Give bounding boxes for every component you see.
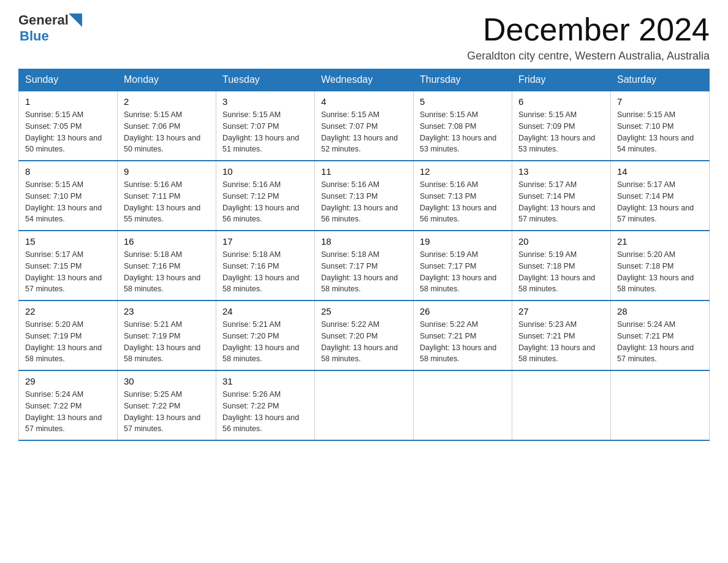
calendar-cell: 6 Sunrise: 5:15 AMSunset: 7:09 PMDayligh… bbox=[512, 91, 611, 161]
day-number: 14 bbox=[617, 166, 703, 177]
calendar-cell: 11 Sunrise: 5:16 AMSunset: 7:13 PMDaylig… bbox=[315, 161, 414, 231]
day-number: 2 bbox=[124, 96, 210, 107]
calendar-week-4: 22 Sunrise: 5:20 AMSunset: 7:19 PMDaylig… bbox=[19, 301, 710, 370]
calendar-cell: 27 Sunrise: 5:23 AMSunset: 7:21 PMDaylig… bbox=[512, 301, 611, 370]
day-info: Sunrise: 5:16 AMSunset: 7:13 PMDaylight:… bbox=[321, 179, 407, 225]
calendar-cell: 14 Sunrise: 5:17 AMSunset: 7:14 PMDaylig… bbox=[611, 161, 710, 231]
day-info: Sunrise: 5:15 AMSunset: 7:06 PMDaylight:… bbox=[124, 109, 210, 155]
weekday-header-wednesday: Wednesday bbox=[315, 69, 414, 91]
calendar-cell bbox=[414, 370, 512, 440]
day-info: Sunrise: 5:15 AMSunset: 7:10 PMDaylight:… bbox=[617, 109, 703, 155]
day-number: 4 bbox=[321, 96, 407, 107]
calendar-cell: 12 Sunrise: 5:16 AMSunset: 7:13 PMDaylig… bbox=[414, 161, 512, 231]
calendar-cell: 3 Sunrise: 5:15 AMSunset: 7:07 PMDayligh… bbox=[216, 91, 315, 161]
day-info: Sunrise: 5:25 AMSunset: 7:22 PMDaylight:… bbox=[124, 389, 210, 435]
day-info: Sunrise: 5:24 AMSunset: 7:22 PMDaylight:… bbox=[25, 389, 111, 435]
calendar-cell: 28 Sunrise: 5:24 AMSunset: 7:21 PMDaylig… bbox=[611, 301, 710, 370]
calendar-cell: 26 Sunrise: 5:22 AMSunset: 7:21 PMDaylig… bbox=[414, 301, 512, 370]
day-number: 1 bbox=[25, 96, 111, 107]
day-number: 28 bbox=[617, 306, 703, 316]
day-info: Sunrise: 5:15 AMSunset: 7:08 PMDaylight:… bbox=[420, 109, 506, 155]
day-info: Sunrise: 5:16 AMSunset: 7:11 PMDaylight:… bbox=[124, 179, 210, 225]
day-number: 7 bbox=[617, 96, 703, 107]
day-number: 27 bbox=[518, 306, 604, 316]
calendar-cell: 20 Sunrise: 5:19 AMSunset: 7:18 PMDaylig… bbox=[512, 231, 611, 301]
day-info: Sunrise: 5:17 AMSunset: 7:14 PMDaylight:… bbox=[518, 179, 604, 225]
calendar-cell: 19 Sunrise: 5:19 AMSunset: 7:17 PMDaylig… bbox=[414, 231, 512, 301]
day-info: Sunrise: 5:21 AMSunset: 7:20 PMDaylight:… bbox=[222, 319, 308, 365]
calendar-cell: 29 Sunrise: 5:24 AMSunset: 7:22 PMDaylig… bbox=[19, 370, 118, 440]
calendar-cell: 5 Sunrise: 5:15 AMSunset: 7:08 PMDayligh… bbox=[414, 91, 512, 161]
day-info: Sunrise: 5:26 AMSunset: 7:22 PMDaylight:… bbox=[222, 389, 308, 435]
day-number: 23 bbox=[124, 306, 210, 316]
calendar-cell: 7 Sunrise: 5:15 AMSunset: 7:10 PMDayligh… bbox=[611, 91, 710, 161]
day-number: 13 bbox=[518, 166, 604, 177]
calendar-cell: 30 Sunrise: 5:25 AMSunset: 7:22 PMDaylig… bbox=[118, 370, 216, 440]
month-title: December 2024 bbox=[467, 12, 710, 47]
logo-text-blue: Blue bbox=[20, 28, 49, 44]
day-info: Sunrise: 5:17 AMSunset: 7:14 PMDaylight:… bbox=[617, 179, 703, 225]
calendar-cell bbox=[611, 370, 710, 440]
day-number: 10 bbox=[222, 166, 308, 177]
weekday-header-sunday: Sunday bbox=[19, 69, 118, 91]
day-info: Sunrise: 5:20 AMSunset: 7:18 PMDaylight:… bbox=[617, 249, 703, 295]
weekday-header-monday: Monday bbox=[118, 69, 216, 91]
day-info: Sunrise: 5:15 AMSunset: 7:07 PMDaylight:… bbox=[321, 109, 407, 155]
calendar-body: 1 Sunrise: 5:15 AMSunset: 7:05 PMDayligh… bbox=[19, 91, 710, 440]
day-info: Sunrise: 5:19 AMSunset: 7:18 PMDaylight:… bbox=[518, 249, 604, 295]
day-info: Sunrise: 5:24 AMSunset: 7:21 PMDaylight:… bbox=[617, 319, 703, 365]
day-info: Sunrise: 5:15 AMSunset: 7:09 PMDaylight:… bbox=[518, 109, 604, 155]
calendar-cell: 4 Sunrise: 5:15 AMSunset: 7:07 PMDayligh… bbox=[315, 91, 414, 161]
day-number: 22 bbox=[25, 306, 111, 316]
calendar-cell: 10 Sunrise: 5:16 AMSunset: 7:12 PMDaylig… bbox=[216, 161, 315, 231]
calendar-cell: 15 Sunrise: 5:17 AMSunset: 7:15 PMDaylig… bbox=[19, 231, 118, 301]
header-row: SundayMondayTuesdayWednesdayThursdayFrid… bbox=[19, 69, 710, 91]
day-info: Sunrise: 5:18 AMSunset: 7:16 PMDaylight:… bbox=[124, 249, 210, 295]
day-number: 16 bbox=[124, 236, 210, 247]
day-info: Sunrise: 5:15 AMSunset: 7:07 PMDaylight:… bbox=[222, 109, 308, 155]
calendar-cell: 17 Sunrise: 5:18 AMSunset: 7:16 PMDaylig… bbox=[216, 231, 315, 301]
day-info: Sunrise: 5:22 AMSunset: 7:20 PMDaylight:… bbox=[321, 319, 407, 365]
day-info: Sunrise: 5:16 AMSunset: 7:13 PMDaylight:… bbox=[420, 179, 506, 225]
calendar-cell: 31 Sunrise: 5:26 AMSunset: 7:22 PMDaylig… bbox=[216, 370, 315, 440]
day-number: 6 bbox=[518, 96, 604, 107]
day-info: Sunrise: 5:18 AMSunset: 7:16 PMDaylight:… bbox=[222, 249, 308, 295]
calendar-cell: 23 Sunrise: 5:21 AMSunset: 7:19 PMDaylig… bbox=[118, 301, 216, 370]
weekday-header-thursday: Thursday bbox=[414, 69, 512, 91]
calendar-week-1: 1 Sunrise: 5:15 AMSunset: 7:05 PMDayligh… bbox=[19, 91, 710, 161]
calendar-header: SundayMondayTuesdayWednesdayThursdayFrid… bbox=[19, 69, 710, 91]
calendar-cell: 16 Sunrise: 5:18 AMSunset: 7:16 PMDaylig… bbox=[118, 231, 216, 301]
calendar-week-2: 8 Sunrise: 5:15 AMSunset: 7:10 PMDayligh… bbox=[19, 161, 710, 231]
day-number: 11 bbox=[321, 166, 407, 177]
day-number: 24 bbox=[222, 306, 308, 316]
calendar-cell: 8 Sunrise: 5:15 AMSunset: 7:10 PMDayligh… bbox=[19, 161, 118, 231]
day-info: Sunrise: 5:21 AMSunset: 7:19 PMDaylight:… bbox=[124, 319, 210, 365]
day-number: 8 bbox=[25, 166, 111, 177]
day-info: Sunrise: 5:16 AMSunset: 7:12 PMDaylight:… bbox=[222, 179, 308, 225]
day-info: Sunrise: 5:22 AMSunset: 7:21 PMDaylight:… bbox=[420, 319, 506, 365]
day-number: 19 bbox=[420, 236, 506, 247]
calendar-week-5: 29 Sunrise: 5:24 AMSunset: 7:22 PMDaylig… bbox=[19, 370, 710, 440]
calendar-cell: 21 Sunrise: 5:20 AMSunset: 7:18 PMDaylig… bbox=[611, 231, 710, 301]
day-number: 18 bbox=[321, 236, 407, 247]
day-number: 5 bbox=[420, 96, 506, 107]
calendar-cell: 18 Sunrise: 5:18 AMSunset: 7:17 PMDaylig… bbox=[315, 231, 414, 301]
calendar-cell bbox=[512, 370, 611, 440]
logo: General Blue bbox=[18, 12, 82, 44]
day-info: Sunrise: 5:18 AMSunset: 7:17 PMDaylight:… bbox=[321, 249, 407, 295]
svg-marker-0 bbox=[69, 13, 82, 27]
calendar-cell: 13 Sunrise: 5:17 AMSunset: 7:14 PMDaylig… bbox=[512, 161, 611, 231]
weekday-header-friday: Friday bbox=[512, 69, 611, 91]
day-number: 21 bbox=[617, 236, 703, 247]
day-number: 26 bbox=[420, 306, 506, 316]
page-header: General Blue December 2024 Geraldton cit… bbox=[18, 12, 710, 63]
day-number: 25 bbox=[321, 306, 407, 316]
weekday-header-saturday: Saturday bbox=[611, 69, 710, 91]
day-info: Sunrise: 5:19 AMSunset: 7:17 PMDaylight:… bbox=[420, 249, 506, 295]
day-number: 30 bbox=[124, 376, 210, 386]
calendar-cell: 1 Sunrise: 5:15 AMSunset: 7:05 PMDayligh… bbox=[19, 91, 118, 161]
calendar-cell: 2 Sunrise: 5:15 AMSunset: 7:06 PMDayligh… bbox=[118, 91, 216, 161]
day-number: 3 bbox=[222, 96, 308, 107]
day-number: 9 bbox=[124, 166, 210, 177]
day-info: Sunrise: 5:23 AMSunset: 7:21 PMDaylight:… bbox=[518, 319, 604, 365]
